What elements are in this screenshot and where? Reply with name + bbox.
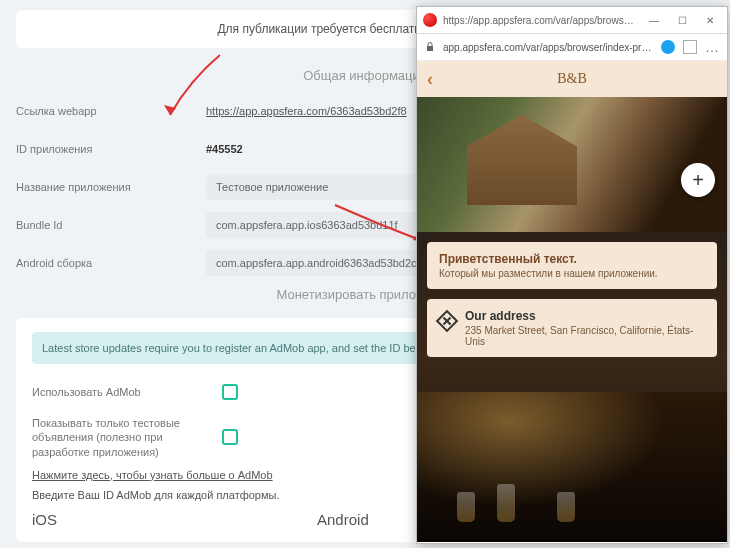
bar-scene-image [417,392,727,542]
address-sub: 235 Market Street, San Francisco, Califo… [465,325,705,347]
svg-rect-0 [427,46,433,51]
glass-decor [457,492,475,522]
address-title: Our address [465,309,705,323]
glass-decor [497,484,515,522]
hero-cabin [467,115,577,205]
close-button[interactable]: ✕ [699,11,721,29]
use-admob-label: Использовать AdMob [32,386,222,398]
shield-icon[interactable] [661,40,675,54]
test-ads-label: Показывать только тестовые объявления (п… [32,416,222,459]
minimize-button[interactable]: — [643,11,665,29]
extension-icon[interactable] [683,40,697,54]
app-brand: B&B [557,71,587,87]
use-admob-checkbox[interactable] [222,384,238,400]
platform-android: Android [317,511,369,528]
test-ads-checkbox[interactable] [222,429,238,445]
lock-icon [425,42,435,52]
browser-window: https://app.appsfera.com/var/apps/browse… [416,6,728,544]
bundle-label: Bundle Id [16,219,206,231]
welcome-tile[interactable]: Приветственный текст. Который мы размест… [427,242,717,289]
menu-button[interactable]: … [705,39,719,55]
address-url: app.appsfera.com/var/apps/browser/index-… [443,42,653,53]
appid-label: ID приложения [16,143,206,155]
maximize-button[interactable]: ☐ [671,11,693,29]
glass-decor [557,492,575,522]
appname-label: Название приложения [16,181,206,193]
webapp-link[interactable]: https://app.appsfera.com/6363ad53bd2f8 [206,105,407,117]
platform-ios: iOS [32,511,57,528]
hero-image: + [417,97,727,232]
welcome-title: Приветственный текст. [439,252,705,266]
titlebar: https://app.appsfera.com/var/apps/browse… [417,7,727,34]
welcome-sub: Который мы разместили в нашем приложении… [439,268,705,279]
address-icon [436,310,459,333]
webapp-label: Ссылка webapp [16,105,206,117]
app-header: ‹ B&B [417,61,727,97]
window-title: https://app.appsfera.com/var/apps/browse… [443,15,637,26]
fab-add-button[interactable]: + [681,163,715,197]
app-content: Приветственный текст. Который мы размест… [417,232,727,542]
address-tile[interactable]: Our address 235 Market Street, San Franc… [427,299,717,357]
address-bar[interactable]: app.appsfera.com/var/apps/browser/index-… [417,34,727,61]
back-button[interactable]: ‹ [427,69,433,90]
opera-icon [423,13,437,27]
appid-value: #45552 [206,143,243,155]
android-label: Android сборка [16,257,206,269]
